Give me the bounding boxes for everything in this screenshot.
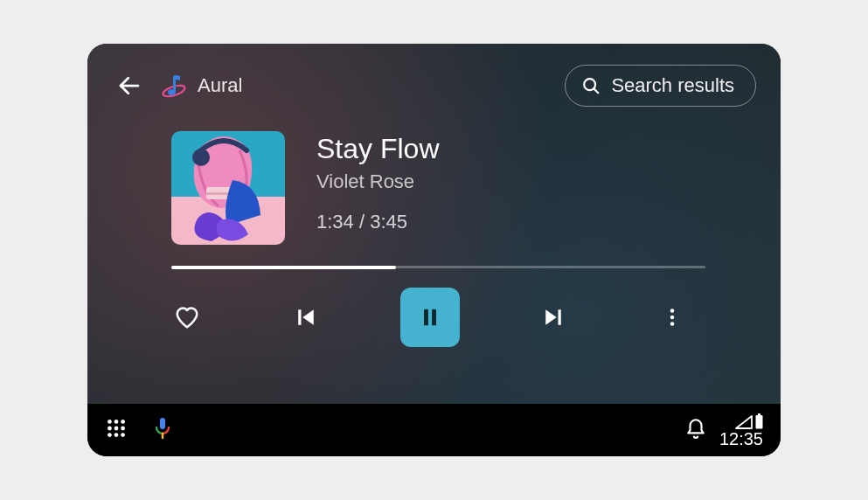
notifications-button[interactable]	[684, 417, 707, 443]
svg-rect-9	[298, 309, 301, 325]
svg-point-14	[670, 316, 675, 320]
cellular-signal-icon	[735, 415, 753, 429]
svg-point-17	[115, 420, 119, 424]
search-results-button[interactable]: Search results	[565, 65, 756, 107]
skip-next-icon	[540, 304, 566, 330]
svg-point-6	[192, 149, 210, 166]
playback-controls	[163, 288, 697, 347]
app-badge: Aural	[161, 73, 242, 99]
svg-rect-12	[559, 309, 561, 325]
next-button[interactable]	[529, 293, 578, 342]
track-title: Stay Flow	[316, 133, 439, 165]
pause-icon	[418, 305, 442, 330]
svg-point-22	[108, 433, 112, 437]
player-panel: Aural Search results	[87, 44, 781, 404]
track-artist: Violet Rose	[316, 170, 439, 193]
progress-fill	[171, 266, 396, 269]
svg-rect-10	[424, 309, 428, 326]
svg-point-18	[121, 420, 125, 424]
svg-rect-28	[756, 415, 763, 429]
system-nav-bar: 12:35	[87, 404, 781, 456]
arrow-left-icon	[116, 73, 142, 99]
now-playing: Stay Flow Violet Rose 1:34 / 3:45	[87, 107, 781, 245]
svg-line-3	[594, 88, 599, 93]
track-meta: Stay Flow Violet Rose 1:34 / 3:45	[316, 131, 439, 233]
svg-point-13	[670, 309, 675, 313]
search-results-label: Search results	[611, 74, 734, 97]
svg-point-20	[115, 427, 119, 431]
status-area: 12:35	[719, 413, 763, 448]
svg-rect-25	[160, 418, 165, 429]
top-bar: Aural Search results	[87, 44, 781, 107]
app-launcher-button[interactable]	[105, 417, 128, 443]
svg-point-23	[115, 433, 119, 437]
svg-point-15	[670, 322, 675, 326]
svg-point-16	[108, 420, 112, 424]
clock: 12:35	[719, 430, 763, 448]
heart-icon	[174, 304, 200, 330]
svg-rect-11	[432, 309, 436, 326]
search-icon	[581, 76, 601, 95]
more-vert-icon	[661, 306, 684, 329]
album-art	[171, 131, 285, 245]
microphone-icon	[152, 417, 173, 440]
svg-rect-27	[758, 413, 760, 415]
more-button[interactable]	[648, 293, 697, 342]
battery-icon	[755, 413, 763, 429]
skip-previous-icon	[293, 304, 319, 330]
media-player-screen: Aural Search results	[87, 44, 781, 456]
back-button[interactable]	[112, 68, 147, 103]
voice-assistant-button[interactable]	[152, 417, 173, 443]
like-button[interactable]	[163, 293, 212, 342]
svg-point-21	[121, 427, 125, 431]
app-logo-icon	[161, 73, 187, 99]
previous-button[interactable]	[281, 293, 330, 342]
track-time: 1:34 / 3:45	[316, 211, 439, 233]
bell-icon	[684, 417, 707, 440]
app-name-label: Aural	[198, 74, 242, 97]
pause-button[interactable]	[400, 288, 460, 347]
apps-grid-icon	[105, 417, 128, 440]
progress-bar[interactable]	[171, 266, 705, 268]
svg-point-24	[121, 433, 125, 437]
svg-point-19	[108, 427, 112, 431]
